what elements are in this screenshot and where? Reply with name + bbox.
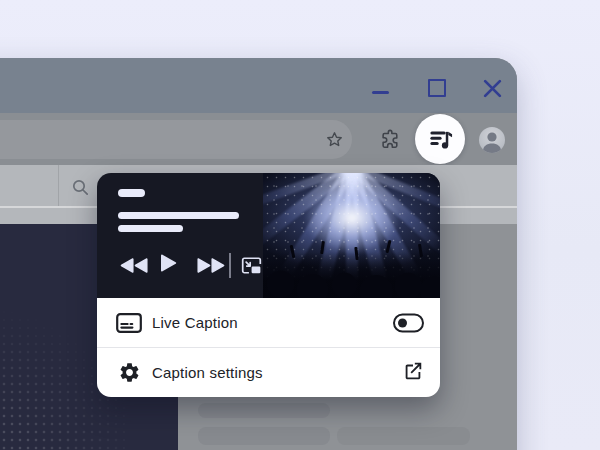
header-divider (58, 165, 59, 206)
close-icon[interactable] (482, 78, 503, 99)
rewind-icon[interactable] (120, 258, 148, 273)
live-caption-row[interactable]: Live Caption (97, 298, 440, 347)
maximize-icon[interactable] (428, 79, 446, 97)
media-controls-popup: Live Caption Caption settings (97, 173, 440, 397)
star-icon[interactable] (324, 129, 345, 150)
window-titlebar (0, 58, 517, 113)
live-caption-icon (115, 313, 143, 333)
text-skeleton-line (118, 225, 183, 232)
open-in-new-icon[interactable] (402, 360, 424, 386)
play-icon[interactable] (160, 254, 177, 272)
extension-icon[interactable] (379, 128, 401, 150)
media-controls-button[interactable] (415, 114, 465, 164)
title-skeleton-line (118, 189, 145, 197)
live-caption-toggle[interactable] (393, 313, 424, 332)
page-skeleton-bar (337, 427, 470, 445)
minimize-icon[interactable] (372, 91, 389, 94)
album-artwork-concert (263, 173, 440, 298)
screenshot-stage: Live Caption Caption settings (0, 0, 600, 450)
caption-settings-label: Caption settings (152, 364, 263, 381)
page-skeleton-bar (198, 403, 330, 418)
toggle-knob (398, 318, 407, 327)
browser-toolbar (0, 113, 517, 165)
page-skeleton-bar (198, 427, 330, 445)
crowd-silhouette (263, 244, 440, 298)
live-caption-label: Live Caption (152, 314, 238, 331)
search-icon (71, 178, 90, 197)
text-skeleton-line (118, 212, 239, 219)
caption-settings-row[interactable]: Caption settings (97, 348, 440, 397)
avatar[interactable] (479, 127, 505, 153)
gear-icon (115, 361, 143, 384)
address-bar[interactable] (0, 120, 352, 159)
media-controls-icon (427, 126, 454, 153)
media-player-card (97, 173, 440, 298)
fast-forward-icon[interactable] (197, 258, 225, 273)
caption-menu: Live Caption Caption settings (97, 298, 440, 397)
pip-icon[interactable] (240, 255, 263, 276)
controls-separator (229, 253, 231, 278)
